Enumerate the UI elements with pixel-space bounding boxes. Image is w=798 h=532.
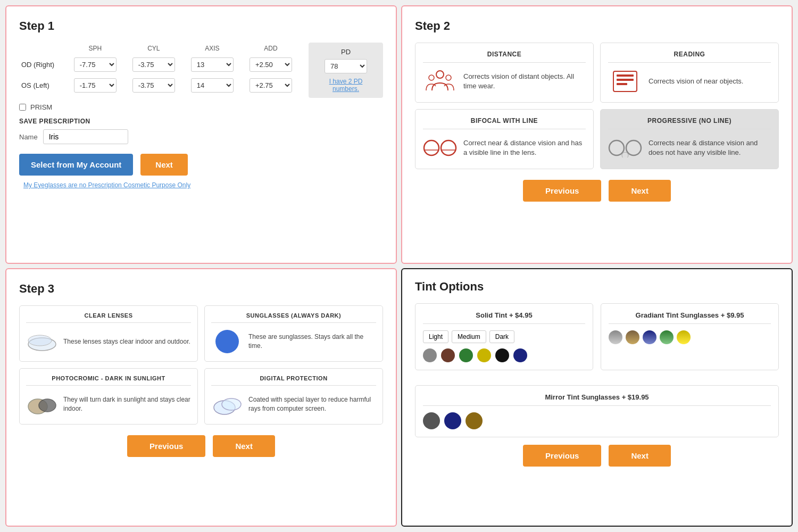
clear-body: These lenses stays clear indoor and outd… bbox=[26, 328, 191, 355]
mirror-tint-title: Mirror Tint Sunglasses + $19.95 bbox=[423, 393, 771, 406]
prescription-table: SPH CYL AXIS ADD OD (Right) -7.75 -3.75 … bbox=[19, 43, 300, 96]
od-cyl-select[interactable]: -3.75 bbox=[132, 57, 175, 72]
vision-card-distance[interactable]: DISTANCE Corrects vision of distant obje… bbox=[415, 43, 594, 103]
vision-card-reading[interactable]: READING Corrects vision of near objects. bbox=[600, 43, 779, 103]
solid-color-green[interactable] bbox=[459, 348, 473, 362]
medium-button[interactable]: Medium bbox=[452, 330, 486, 343]
os-cyl-select[interactable]: -3.75 bbox=[132, 78, 175, 93]
gradient-yellow[interactable] bbox=[677, 330, 691, 344]
distance-desc: Corrects vision of distant objects. All … bbox=[463, 72, 586, 91]
mirror-gray[interactable] bbox=[423, 412, 440, 429]
tint-title: Tint Options bbox=[415, 280, 779, 294]
clear-title: CLEAR LENSES bbox=[26, 312, 191, 323]
svg-point-11 bbox=[609, 140, 624, 155]
name-input[interactable] bbox=[43, 129, 128, 144]
svg-point-20 bbox=[222, 398, 241, 410]
gradient-tint-title: Gradiant Tint Sunglasses + $9.95 bbox=[609, 311, 771, 324]
distance-body: Corrects vision of distant objects. All … bbox=[423, 68, 586, 95]
od-add-select[interactable]: +2.50 bbox=[250, 57, 292, 72]
solid-color-yellow[interactable] bbox=[477, 348, 491, 362]
prism-row: PRISM bbox=[19, 103, 383, 111]
svg-point-13 bbox=[622, 152, 628, 157]
reading-body: Corrects vision of near objects. bbox=[608, 68, 771, 95]
sunglasses-desc: These are sunglasses. Stays dark all the… bbox=[248, 332, 376, 351]
solid-color-black[interactable] bbox=[495, 348, 509, 362]
pd-label: PD bbox=[316, 48, 376, 56]
lens-card-digital[interactable]: DIGITAL PROTECTION Coated with special l… bbox=[204, 368, 383, 425]
col-cyl: CYL bbox=[124, 43, 183, 54]
col-sph: SPH bbox=[66, 43, 124, 54]
bifocal-desc: Correct near & distance vision and has a… bbox=[463, 138, 586, 157]
digital-body: Coated with special layer to reduce harm… bbox=[211, 391, 376, 418]
mirror-blue[interactable] bbox=[444, 412, 461, 429]
step3-title: Step 3 bbox=[19, 282, 383, 296]
svg-point-0 bbox=[436, 71, 444, 78]
lens-card-photochromic[interactable]: PHOTOCROMIC - DARK IN SUNLIGHT They will… bbox=[19, 368, 198, 425]
step2-btn-row: Previous Next bbox=[415, 180, 779, 202]
step3-btn-row: Previous Next bbox=[19, 435, 383, 457]
cosmetic-link[interactable]: My Eyeglasses are no Prescription Cosmet… bbox=[23, 181, 190, 189]
progressive-desc: Corrects near & distance vision and does… bbox=[649, 138, 771, 157]
mirror-gold[interactable] bbox=[466, 412, 483, 429]
step2-title: Step 2 bbox=[415, 19, 779, 33]
os-axis-select[interactable]: 14 bbox=[191, 78, 234, 93]
solid-color-gray[interactable] bbox=[423, 348, 437, 362]
tint-btn-row: Previous Next bbox=[415, 445, 779, 467]
photochromic-body: They will turn dark in sunlight and stay… bbox=[26, 391, 191, 418]
od-axis-select[interactable]: 13 bbox=[191, 57, 234, 72]
tint-panel: Tint Options Solid Tint + $4.95 Light Me… bbox=[401, 268, 793, 527]
col-axis: AXIS bbox=[183, 43, 242, 54]
mirror-circles bbox=[423, 412, 771, 429]
bifocal-body: Correct near & distance vision and has a… bbox=[423, 135, 586, 161]
solid-color-circles bbox=[423, 348, 585, 362]
os-sph-select[interactable]: -1.75 bbox=[74, 78, 117, 93]
os-add-select[interactable]: +2.75 bbox=[250, 78, 292, 93]
gradient-green[interactable] bbox=[660, 330, 674, 344]
step3-prev-button[interactable]: Previous bbox=[127, 435, 205, 457]
svg-point-15 bbox=[28, 335, 52, 346]
step2-panel: Step 2 DISTANCE Corrects vision of bbox=[401, 5, 793, 264]
progressive-body: Corrects near & distance vision and does… bbox=[608, 135, 771, 161]
svg-rect-4 bbox=[617, 74, 634, 77]
step3-panel: Step 3 CLEAR LENSES These lenses stays c… bbox=[5, 268, 397, 527]
step2-next-button[interactable]: Next bbox=[609, 180, 671, 202]
pd-link[interactable]: I have 2 PD numbers. bbox=[316, 78, 376, 93]
clear-icon bbox=[26, 328, 58, 355]
gradient-blue[interactable] bbox=[643, 330, 656, 344]
od-sph-select[interactable]: -7.75 bbox=[74, 57, 117, 72]
step1-panel: Step 1 SPH CYL AXIS ADD OD (Right) -7.7 bbox=[5, 5, 397, 264]
solid-color-navy[interactable] bbox=[513, 348, 527, 362]
os-row: OS (Left) -1.75 -3.75 14 +2.75 bbox=[19, 75, 300, 96]
svg-point-8 bbox=[441, 140, 456, 155]
lens-card-sunglasses[interactable]: SUNGLASSES (ALWAYS DARK) These are sungl… bbox=[204, 305, 383, 362]
svg-point-2 bbox=[446, 75, 451, 80]
vision-card-progressive[interactable]: PROGRESSIVE (NO LINE) Corrects near & di… bbox=[600, 109, 779, 169]
prism-label: PRISM bbox=[30, 103, 52, 111]
svg-point-18 bbox=[39, 399, 56, 412]
digital-desc: Coated with special layer to reduce harm… bbox=[248, 395, 376, 413]
svg-point-16 bbox=[215, 330, 239, 353]
dark-button[interactable]: Dark bbox=[489, 330, 514, 343]
select-account-button[interactable]: Select from My Account bbox=[19, 154, 133, 176]
svg-rect-3 bbox=[613, 71, 637, 92]
svg-point-12 bbox=[626, 140, 641, 155]
prism-checkbox[interactable] bbox=[19, 104, 26, 111]
gradient-gray[interactable] bbox=[609, 330, 622, 344]
tint-next-button[interactable]: Next bbox=[609, 445, 671, 467]
svg-rect-6 bbox=[617, 83, 627, 85]
vision-card-bifocal[interactable]: BIFOCAL WITH LINE Correct near & distanc… bbox=[415, 109, 594, 169]
save-prescription-label: SAVE PRESCRIPTION bbox=[19, 118, 383, 125]
step1-next-button[interactable]: Next bbox=[140, 154, 188, 176]
pd-select[interactable]: 78 bbox=[325, 59, 367, 73]
step3-next-button[interactable]: Next bbox=[213, 435, 275, 457]
tint-prev-button[interactable]: Previous bbox=[523, 445, 601, 467]
step2-prev-button[interactable]: Previous bbox=[523, 180, 601, 202]
lens-card-clear[interactable]: CLEAR LENSES These lenses stays clear in… bbox=[19, 305, 198, 362]
gradient-brown[interactable] bbox=[626, 330, 639, 344]
progressive-icon bbox=[608, 135, 642, 161]
save-prescription: SAVE PRESCRIPTION Name bbox=[19, 118, 383, 144]
distance-title: DISTANCE bbox=[423, 51, 586, 63]
photochromic-desc: They will turn dark in sunlight and stay… bbox=[63, 395, 191, 413]
solid-color-brown[interactable] bbox=[441, 348, 455, 362]
light-button[interactable]: Light bbox=[423, 330, 448, 343]
